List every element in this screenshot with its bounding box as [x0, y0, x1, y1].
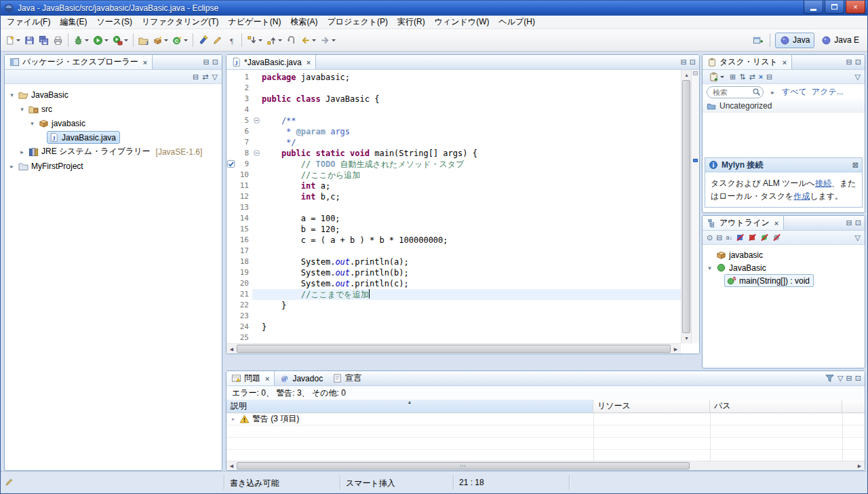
editor-overview-ruler[interactable]: [691, 70, 699, 343]
outline-item[interactable]: javabasic: [703, 248, 865, 261]
collapse-arrow-icon[interactable]: ▾: [28, 120, 37, 127]
next-annotation-button[interactable]: [245, 32, 264, 48]
close-view-icon[interactable]: ×: [143, 58, 147, 66]
vscroll-thumb[interactable]: [682, 80, 690, 333]
collapse-all-icon[interactable]: ⊟: [766, 73, 772, 81]
column-header-2[interactable]: パス: [710, 400, 842, 413]
task-annotation-mark[interactable]: [693, 159, 698, 162]
tab-declaration[interactable]: 宣言: [328, 371, 366, 385]
save-all-button[interactable]: [37, 32, 51, 48]
close-view-icon[interactable]: ×: [774, 219, 778, 227]
editor-vertical-scrollbar[interactable]: ▲ ▼: [681, 70, 691, 343]
menu-source[interactable]: ソース(S): [92, 15, 137, 29]
code-line[interactable]: public class JavaBasic {: [262, 94, 681, 104]
expand-arrow-icon[interactable]: ▸: [7, 163, 16, 170]
menu-project[interactable]: プロジェクト(P): [322, 15, 393, 29]
save-button[interactable]: [22, 32, 37, 48]
view-menu-icon[interactable]: ▽: [855, 73, 861, 81]
code-line[interactable]: // TODO 自動生成されたメソッド・スタブ: [262, 159, 681, 170]
open-perspective-button[interactable]: [751, 32, 765, 48]
menu-run[interactable]: 実行(R): [393, 15, 430, 29]
code-line[interactable]: /**: [262, 115, 681, 126]
categorized-view-icon[interactable]: ⊞: [730, 73, 736, 81]
minimize-view-icon[interactable]: ⊟: [846, 58, 852, 66]
tab-problems[interactable]: 問題×: [226, 371, 275, 385]
task-list-tab[interactable]: タスク・リスト ×: [703, 55, 792, 69]
mylyn-link[interactable]: 作成: [793, 191, 810, 201]
tree-item[interactable]: JJavaBasic.java: [5, 130, 222, 145]
code-line[interactable]: c = ( a + b ) * b * 100000000;: [262, 235, 681, 246]
filter-icon[interactable]: [825, 373, 835, 383]
hide-static-icon[interactable]: [748, 233, 757, 242]
outline-item[interactable]: ▾JavaBasic: [703, 261, 865, 274]
minimize-button[interactable]: [804, 1, 823, 14]
fold-collapse-icon[interactable]: −: [252, 115, 262, 126]
code-line[interactable]: System.out.println(c);: [262, 278, 681, 289]
task-category-row[interactable]: Uncategorized: [703, 100, 865, 113]
code-line[interactable]: int b,c;: [262, 191, 681, 202]
collapse-arrow-icon[interactable]: ▾: [18, 106, 26, 113]
code-line[interactable]: int a;: [262, 180, 681, 191]
overview-menu-icon[interactable]: [693, 71, 698, 75]
last-edit-location-button[interactable]: [284, 32, 298, 48]
scroll-left-icon[interactable]: ◀: [226, 344, 237, 354]
minimize-view-icon[interactable]: ⊟: [846, 219, 852, 227]
code-line[interactable]: [262, 104, 681, 115]
menu-file[interactable]: ファイル(F): [2, 15, 55, 29]
dropdown-arrow-icon[interactable]: [258, 39, 262, 41]
editor-trim-icon[interactable]: [5, 477, 14, 487]
perspective-javaee-button[interactable]: Java E: [816, 33, 864, 48]
scheduled-view-icon[interactable]: ⇅: [739, 73, 745, 81]
code-line[interactable]: b = 120;: [262, 224, 681, 235]
filter-active-link[interactable]: アクテ...: [812, 86, 844, 98]
dropdown-arrow-icon[interactable]: [312, 39, 316, 41]
expand-arrow-icon[interactable]: ▸: [18, 149, 26, 155]
task-marker-icon[interactable]: [226, 159, 236, 170]
print-button[interactable]: [51, 32, 65, 48]
close-tab-icon[interactable]: ×: [307, 58, 311, 66]
tree-item[interactable]: ▾src: [5, 102, 222, 116]
maximize-view-icon[interactable]: ⊡: [212, 58, 218, 66]
code-line[interactable]: System.out.println(a);: [262, 256, 681, 267]
code-line[interactable]: //ここから追加: [262, 170, 681, 180]
scroll-left-icon[interactable]: ◀: [226, 461, 237, 471]
tree-item[interactable]: ▾javabasic: [5, 116, 222, 130]
remove-task-icon[interactable]: ×: [759, 73, 763, 81]
code-line[interactable]: }: [262, 322, 681, 332]
menu-window[interactable]: ウィンドウ(W): [430, 15, 494, 29]
menu-refactor[interactable]: リファクタリング(T): [137, 15, 224, 29]
code-line[interactable]: public static void main(String[] args) {: [262, 148, 681, 159]
problem-group-row[interactable]: ▸警告 (3 項目): [226, 413, 865, 425]
problems-horizontal-scrollbar[interactable]: ◀ ▶: [226, 461, 865, 470]
hscroll-thumb[interactable]: [237, 462, 690, 470]
new-class-button[interactable]: C: [170, 32, 190, 48]
outline-item[interactable]: Smain(String[]) : void: [703, 274, 865, 287]
sort-icon[interactable]: a↓: [726, 235, 732, 241]
externalize-strings-button[interactable]: [210, 32, 224, 48]
tree-item[interactable]: ▸MyFirstProject: [5, 159, 222, 173]
view-menu-icon[interactable]: ▽: [855, 234, 861, 242]
maximize-editor-icon[interactable]: ⊡: [690, 58, 696, 66]
collapse-arrow-icon[interactable]: ▾: [7, 92, 16, 98]
link-with-editor-icon[interactable]: ⇄: [749, 73, 755, 81]
menu-edit[interactable]: 編集(E): [55, 15, 92, 29]
view-menu-icon[interactable]: ▽: [212, 73, 218, 81]
code-area[interactable]: 1package javabasic;23public class JavaBa…: [226, 70, 681, 343]
minimize-editor-icon[interactable]: ⊟: [681, 58, 687, 66]
hide-local-types-icon[interactable]: [772, 233, 781, 242]
code-line[interactable]: */: [262, 137, 681, 148]
maximize-view-icon[interactable]: ⊡: [855, 58, 861, 66]
dropdown-arrow-icon[interactable]: [164, 39, 168, 41]
run-button[interactable]: [91, 32, 111, 48]
forward-button[interactable]: [318, 32, 338, 48]
dropdown-arrow-icon[interactable]: [332, 39, 336, 41]
new-java-project-button[interactable]: J: [136, 32, 151, 48]
working-set-arrow-icon[interactable]: ▸: [768, 89, 777, 96]
tree-item[interactable]: ▸JRE システム・ライブラリー[JavaSE-1.6]: [5, 145, 222, 159]
close-view-icon[interactable]: ×: [783, 58, 787, 66]
prev-annotation-button[interactable]: [264, 32, 284, 48]
code-line[interactable]: [262, 246, 681, 256]
menu-navigate[interactable]: ナビゲート(N): [224, 15, 286, 29]
new-task-button[interactable]: [707, 69, 726, 85]
new-package-button[interactable]: [151, 32, 170, 48]
